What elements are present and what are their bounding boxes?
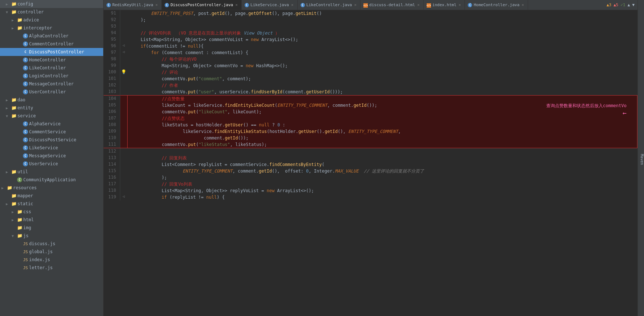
code-line-101: 101 commentVo.put("comment", comment);: [104, 76, 637, 82]
line-number: 110: [104, 135, 120, 141]
line-code: ENTITY_TYPE_POST, post.getId(), page.get…: [127, 10, 637, 17]
sidebar-item-index-js[interactable]: ▶ JS index.js: [0, 256, 103, 264]
line-gutter: [120, 109, 127, 115]
tab-close-btn[interactable]: ×: [458, 3, 462, 7]
sidebar-item-label: util: [17, 169, 28, 174]
tab-close-btn[interactable]: ×: [521, 3, 525, 7]
folder-icon: 📁: [11, 193, 17, 199]
sidebar-item-mapper[interactable]: ▶ 📁 mapper: [0, 192, 103, 200]
tab-close-btn[interactable]: ×: [416, 3, 420, 7]
sidebar-item-config[interactable]: ▶ 📁 config: [0, 0, 103, 8]
chevron-icon: ▶: [12, 218, 16, 222]
tab-close-btn[interactable]: ×: [353, 3, 357, 7]
code-line-118: 118 List<Map<String, Object>> replyVoLis…: [104, 187, 637, 194]
class-icon: C: [23, 89, 28, 95]
sidebar-item-img[interactable]: ▶ 📁 img: [0, 224, 103, 232]
line-number: 95: [104, 36, 120, 43]
folder-icon: 📁: [17, 17, 23, 23]
sidebar-item-community-application[interactable]: ▶ C CommunityApplication: [0, 176, 103, 184]
code-line-93: 93: [104, 23, 637, 30]
tab-home-controller[interactable]: C HomeController.java ×: [465, 0, 528, 10]
sidebar-item-css[interactable]: ▶ 📁 css: [0, 208, 103, 216]
sidebar-item-user-service[interactable]: ▶ C UserService: [0, 160, 103, 168]
tab-redis-key-util[interactable]: C RedisKeyUtil.java ×: [104, 0, 162, 10]
chevron-icon: ▶: [6, 170, 10, 174]
sidebar-item-label: html: [23, 217, 34, 222]
sidebar-item-controller[interactable]: ▼ 📁 controller: [0, 8, 103, 16]
line-number: 91: [104, 10, 120, 17]
sidebar-item-html[interactable]: ▶ 📁 html: [0, 216, 103, 224]
sidebar-item-resources[interactable]: ▶ 📁 resources: [0, 184, 103, 192]
sidebar-item-like-controller[interactable]: ▶ C LikeController: [0, 64, 103, 72]
folder-icon: 📁: [11, 97, 17, 103]
sidebar-item-letter-js[interactable]: ▶ JS letter.js: [0, 264, 103, 272]
class-icon: C: [23, 65, 28, 71]
sidebar-item-login-controller[interactable]: ▶ C LoginController: [0, 72, 103, 80]
tab-like-service[interactable]: C LikeService.java ×: [242, 0, 298, 10]
sidebar-item-label: dao: [17, 97, 25, 102]
folder-icon: 📁: [17, 209, 23, 215]
sidebar-item-user-controller[interactable]: ▶ C UserController: [0, 88, 103, 96]
sidebar-item-comment-service[interactable]: ▶ C CommentService: [0, 128, 103, 136]
sidebar-item-label: LikeService: [29, 145, 58, 150]
sidebar-item-discuss-js[interactable]: ▶ JS discuss.js: [0, 240, 103, 248]
tab-icon: C: [468, 3, 472, 8]
line-code: for (Comment comment : commentList) {: [127, 49, 637, 56]
line-gutter: [120, 82, 127, 89]
folder-icon: 📁: [17, 225, 23, 231]
sidebar-item-label: AlphaService: [29, 121, 61, 126]
folder-icon: 📁: [11, 169, 17, 175]
sidebar-item-discuss-post-service[interactable]: ▶ C DiscussPostService: [0, 136, 103, 144]
maven-panel[interactable]: Maven: [637, 0, 644, 316]
sidebar-item-label: config: [17, 1, 33, 7]
tab-close-btn[interactable]: ×: [234, 3, 238, 7]
code-line-105: 105 likeCount = likeService.findEntityLi…: [104, 102, 637, 109]
line-number: 118: [104, 187, 120, 194]
sidebar-item-dao[interactable]: ▶ 📁 dao: [0, 96, 103, 104]
sidebar-item-entity[interactable]: ▶ 📁 entity: [0, 104, 103, 112]
sidebar-item-util[interactable]: ▶ 📁 util: [0, 168, 103, 176]
sidebar-item-global-js[interactable]: ▶ JS global.js: [0, 248, 103, 256]
line-code: commentVo.put("user", userService.findUs…: [127, 89, 637, 96]
tab-close-btn[interactable]: ×: [155, 3, 159, 7]
tab-close-btn[interactable]: ×: [290, 3, 294, 7]
tab-label: DiscussPostController.java: [170, 3, 233, 7]
nav-down-btn[interactable]: ▼: [632, 3, 635, 7]
code-line-106: 106 commentVo.put("likeCount", likeCount…: [104, 109, 637, 115]
tab-like-controller[interactable]: C LikeController.java ×: [298, 0, 361, 10]
line-number: 112: [104, 148, 120, 155]
line-code: );: [127, 17, 637, 23]
sidebar-item-static[interactable]: ▶ 📁 static: [0, 200, 103, 208]
main-panel: C RedisKeyUtil.java × C DiscussPostContr…: [104, 0, 637, 316]
code-line-96: 96 ◁ if(commentList != null){: [104, 43, 637, 49]
sidebar-item-comment-controller[interactable]: ▶ C CommentController: [0, 40, 103, 48]
sidebar-item-discuss-post-controller[interactable]: ▶ C DiscussPostController: [0, 48, 103, 56]
nav-up-btn[interactable]: ▲: [628, 3, 630, 7]
code-line-113: 113 // 回复列表: [104, 155, 637, 161]
sidebar-item-like-service[interactable]: ▶ C LikeService: [0, 144, 103, 152]
line-gutter: [120, 181, 127, 187]
line-gutter: [120, 141, 127, 148]
line-gutter: [120, 148, 127, 155]
line-number: 108: [104, 122, 120, 128]
sidebar-item-message-controller[interactable]: ▶ C MessageController: [0, 80, 103, 88]
line-number: 99: [104, 62, 120, 69]
sidebar-item-message-service[interactable]: ▶ C MessageService: [0, 152, 103, 160]
sidebar-item-advice[interactable]: ▶ 📁 advice: [0, 16, 103, 24]
line-number: 101: [104, 76, 120, 82]
sidebar-item-service[interactable]: ▼ 📁 service: [0, 112, 103, 120]
code-editor[interactable]: 查询点赞数量和状态然后放入commentVo ← 91 ENTITY_TYPE_…: [104, 10, 637, 316]
chevron-icon: ▼: [12, 234, 16, 238]
sidebar-item-js[interactable]: ▼ 📁 js: [0, 232, 103, 240]
tab-discuss-detail[interactable]: </> discuss-detail.html ×: [361, 0, 423, 10]
sidebar-item-alpha-controller[interactable]: ▶ C AlphaController: [0, 32, 103, 40]
sidebar-item-alpha-service[interactable]: ▶ C AlphaService: [0, 120, 103, 128]
sidebar-item-home-controller[interactable]: ▶ C HomeController: [0, 56, 103, 64]
tab-index-html[interactable]: </> index.html ×: [424, 0, 465, 10]
sidebar-item-label: LikeController: [29, 65, 66, 70]
sidebar-item-label: interceptor: [23, 25, 52, 31]
chevron-icon: ▶: [6, 2, 10, 6]
sidebar-item-label: CommentController: [29, 41, 74, 46]
sidebar-item-interceptor[interactable]: ▶ 📁 interceptor: [0, 24, 103, 32]
tab-discuss-post-controller[interactable]: C DiscussPostController.java ×: [162, 0, 242, 10]
